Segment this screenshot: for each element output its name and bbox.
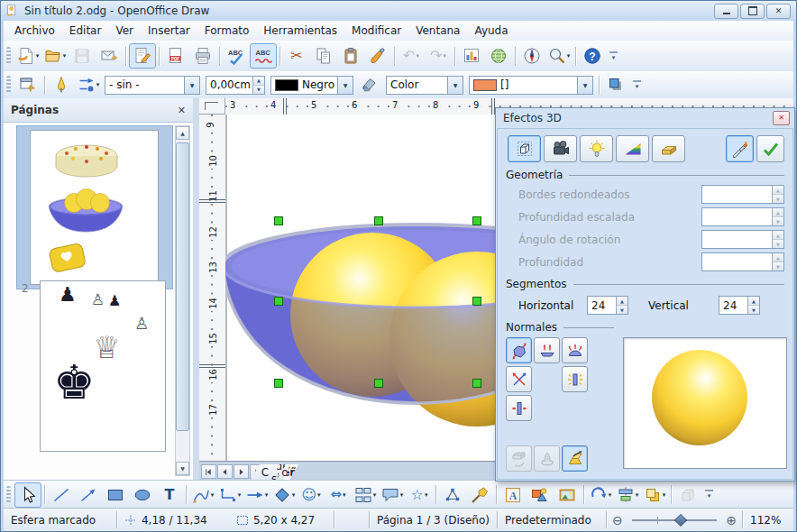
selection-handle[interactable]	[473, 380, 481, 388]
toolbar-grip[interactable]	[6, 47, 11, 65]
dropdown-arrow-icon[interactable]: ▾	[36, 52, 40, 60]
toolbar-grip[interactable]	[6, 486, 11, 504]
selection-handle[interactable]	[275, 217, 283, 225]
gallery-button[interactable]	[554, 482, 581, 508]
combo-dropdown-icon[interactable]: ▼	[447, 77, 463, 94]
line-style-combo[interactable]: - sin - ▼	[105, 76, 200, 95]
assign-dropper-button[interactable]	[726, 135, 754, 162]
dropdown-arrow-icon[interactable]: ▾	[63, 52, 67, 60]
menu-formato[interactable]: Formato	[197, 22, 257, 40]
geometry-cube-button[interactable]	[508, 135, 541, 162]
selection-handle[interactable]	[275, 380, 283, 388]
spinner-arrows[interactable]: ▲▼	[252, 77, 264, 94]
effects-3d-titlebar[interactable]: Efectos 3D ✕	[496, 108, 794, 127]
navigator-compass-button[interactable]	[518, 43, 545, 69]
arrow-style-button[interactable]: ▾	[75, 72, 102, 97]
format-paintbrush-button[interactable]	[364, 43, 391, 69]
spellcheck-button[interactable]: ABC	[223, 43, 250, 69]
menu-ayuda[interactable]: Ayuda	[467, 22, 515, 40]
dropdown-arrow-icon[interactable]: ▾	[636, 491, 639, 499]
connector-button[interactable]: ▾	[216, 482, 243, 508]
dropdown-arrow-icon[interactable]: ▾	[425, 491, 428, 499]
arrange-button[interactable]: ▾	[641, 482, 668, 508]
scroll-down-button[interactable]: ▼	[176, 462, 189, 475]
combo-dropdown-icon[interactable]: ▼	[577, 77, 592, 94]
spinner-arrows[interactable]: ▲▼	[747, 297, 759, 314]
two-sided-illumination-button[interactable]	[562, 366, 588, 392]
styles-button[interactable]	[14, 72, 41, 97]
selection-handle[interactable]	[473, 298, 481, 306]
toolbar-grip[interactable]	[6, 76, 11, 94]
close-pages-panel-button[interactable]: ✕	[178, 105, 186, 116]
vertical-ruler[interactable]: 91011121314151617	[199, 115, 226, 462]
edit-points-button[interactable]	[439, 482, 466, 508]
dropdown-arrow-icon[interactable]: ▾	[343, 491, 346, 499]
paste-button[interactable]	[337, 43, 364, 69]
toolbar-options-button[interactable]: ▾	[705, 490, 713, 500]
spherical-normals-button[interactable]	[562, 337, 588, 363]
page-1-thumbnail[interactable]	[16, 125, 173, 289]
material-button[interactable]	[652, 135, 685, 162]
fontwork-button[interactable]: A	[499, 482, 527, 508]
minimize-button[interactable]	[714, 4, 738, 19]
perspective-button[interactable]	[562, 445, 588, 472]
cut-button[interactable]: ✂	[283, 43, 310, 69]
dropdown-arrow-icon[interactable]: ▾	[238, 491, 242, 499]
selection-handle[interactable]	[375, 217, 383, 225]
scroll-up-button[interactable]: ▲	[176, 126, 189, 140]
callout-shapes-button[interactable]: ▾	[379, 482, 406, 508]
horizontal-segments-spinner[interactable]: 24 ▲▼	[587, 296, 628, 315]
menu-insertar[interactable]: Insertar	[141, 22, 197, 40]
line-color-combo[interactable]: Negro ▼	[270, 76, 353, 95]
hyperlink-globe-button[interactable]	[485, 43, 512, 69]
edit-file-button[interactable]	[129, 43, 156, 69]
autospellcheck-button[interactable]: ABC	[250, 43, 277, 69]
object-normals-button[interactable]	[506, 337, 532, 363]
toolbar-options-button[interactable]: ▾	[633, 80, 641, 90]
line-button[interactable]	[48, 72, 75, 97]
rectangle-button[interactable]	[102, 482, 129, 508]
fill-type-combo[interactable]: Color ▼	[386, 76, 463, 95]
star-shapes-button[interactable]: ☆▾	[406, 482, 433, 508]
flowchart-shapes-button[interactable]: ▾	[352, 482, 379, 508]
apply-check-button[interactable]	[756, 135, 784, 162]
toolbar-options-button[interactable]: ▾	[609, 51, 618, 61]
selection-handle[interactable]	[275, 298, 283, 306]
zoom-magnifier-button[interactable]: ▾	[545, 43, 573, 69]
line-arrow-end-button[interactable]	[75, 482, 102, 508]
line-button[interactable]	[48, 482, 75, 508]
zoom-in-button[interactable]: ⊕	[726, 514, 737, 527]
ellipse-button[interactable]	[129, 482, 156, 508]
effects-3d-close-button[interactable]: ✕	[773, 111, 790, 125]
double-sided-button[interactable]	[506, 395, 532, 421]
print-button[interactable]	[189, 43, 216, 69]
new-doc-button[interactable]: ▾	[14, 43, 41, 69]
scrollbar-thumb[interactable]	[176, 142, 189, 431]
curve-button[interactable]: ▾	[189, 482, 216, 508]
zoom-out-button[interactable]: ⊖	[612, 514, 623, 527]
panel-splitter[interactable]	[193, 98, 199, 480]
page-2-thumbnail[interactable]: ♟♙♟♙♕♚	[40, 280, 166, 452]
maximize-button[interactable]	[740, 4, 765, 19]
vertical-segments-spinner[interactable]: 24 ▲▼	[719, 296, 760, 315]
symbol-shapes-button[interactable]: ☺▾	[298, 482, 325, 508]
first-page-button[interactable]	[201, 464, 216, 479]
rotate-button[interactable]: ▾	[587, 482, 614, 508]
menu-archivo[interactable]: Archivo	[7, 22, 62, 40]
selection-handle[interactable]	[375, 380, 383, 388]
combo-dropdown-icon[interactable]: ▼	[337, 77, 353, 94]
text-button[interactable]: T	[156, 482, 183, 508]
dropdown-arrow-icon[interactable]: ▾	[400, 491, 404, 499]
export-pdf-button[interactable]: PDF	[162, 43, 189, 69]
status-page[interactable]: Página 1 / 3 (Diseño)	[370, 509, 497, 531]
dropdown-arrow-icon[interactable]: ▾	[292, 491, 296, 499]
menu-herramientas[interactable]: Herramientas	[256, 22, 344, 40]
menu-editar[interactable]: Editar	[62, 22, 109, 40]
dropdown-arrow-icon[interactable]: ▾	[416, 52, 419, 60]
dropdown-arrow-icon[interactable]: ▾	[609, 491, 612, 499]
dropdown-arrow-icon[interactable]: ▾	[96, 81, 100, 88]
textures-rainbow-button[interactable]	[616, 135, 649, 162]
dropdown-arrow-icon[interactable]: ▾	[317, 491, 321, 499]
open-folder-button[interactable]: ▾	[41, 43, 69, 69]
status-page-style[interactable]: Predeterminado	[498, 509, 606, 531]
